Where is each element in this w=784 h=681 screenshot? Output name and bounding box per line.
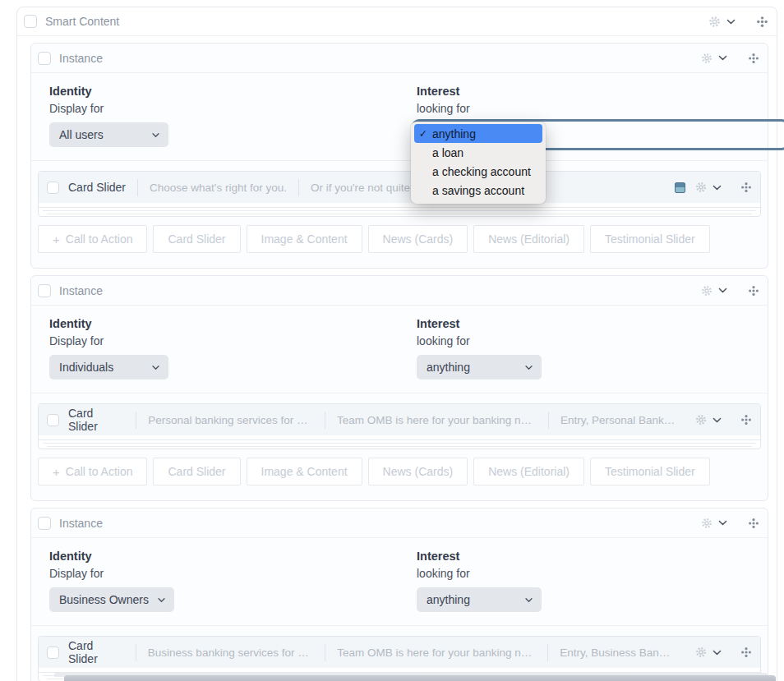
card-field-1: Business banking services for you. [136,644,325,661]
menu-option-label: a savings account [432,184,524,197]
chevron-down-icon[interactable] [712,182,722,193]
identity-select[interactable]: Business Owners [49,587,174,612]
add-button-label: Card Slider [168,232,225,246]
smart-content-panel: Smart Content Instance Identity Display … [16,7,777,681]
gear-icon[interactable] [701,53,713,64]
card-slider-checkbox[interactable] [47,414,59,426]
chevron-down-icon[interactable] [717,285,728,296]
add-card-slider-button[interactable]: Card Slider [153,225,240,253]
interest-dropdown-menu: ✓ anything a loan a checking account [411,122,546,204]
card-slider-row[interactable]: Card Slider Personal banking services fo… [39,404,760,435]
chevron-down-icon[interactable] [726,16,736,27]
instance-title: Instance [59,52,701,65]
card-field-2: Team OMB is here for your banking nee... [325,412,548,429]
chevron-down-icon[interactable] [712,647,722,658]
chevron-down-icon [157,596,166,605]
gear-icon[interactable] [695,414,707,426]
chevron-down-icon [524,363,533,372]
gear-icon[interactable] [695,646,707,658]
add-news-cards-button[interactable]: News (Cards) [368,225,468,253]
drag-handle-icon[interactable] [748,53,759,64]
interest-column: Interest looking for anything [417,312,784,380]
add-component-row: +Call to Action Card Slider Image & Cont… [38,458,761,485]
stack-line [43,443,756,444]
drag-handle-icon[interactable] [748,518,759,529]
identity-label: Display for [49,102,417,115]
identity-select[interactable]: Individuals [49,355,168,380]
card-slider-row[interactable]: Card Slider Business banking services fo… [39,637,760,668]
divider [31,160,768,161]
menu-option-a-savings-account[interactable]: a savings account [414,181,542,200]
smart-content-header[interactable]: Smart Content [17,7,777,35]
add-button-label: News (Cards) [383,465,454,478]
identity-label: Display for [49,334,417,347]
add-news-editorial-button[interactable]: News (Editorial) [473,225,584,253]
instance-panel-1: Instance Identity Display for All users … [30,43,768,269]
drag-handle-icon[interactable] [740,182,752,193]
card-slider-checkbox[interactable] [47,646,59,659]
instance-checkbox[interactable] [38,52,51,65]
add-call-to-action-button[interactable]: +Call to Action [38,458,147,485]
card-slider-checkbox[interactable] [47,182,59,194]
menu-option-a-checking-account[interactable]: a checking account [414,162,542,181]
menu-option-label: a checking account [432,165,531,178]
interest-select-value: anything [427,593,470,606]
add-button-label: Call to Action [66,232,133,246]
chevron-down-icon[interactable] [712,415,722,426]
menu-option-label: anything [432,127,476,140]
chevron-down-icon [524,596,533,605]
instance-checkbox[interactable] [38,284,51,297]
card-slider-panel: Card Slider Personal banking services fo… [38,403,761,449]
menu-option-a-loan[interactable]: a loan [414,143,542,162]
add-testimonial-slider-button[interactable]: Testimonial Slider [590,225,710,253]
thumbnail-icon [675,182,685,193]
identity-select[interactable]: All users [49,122,168,147]
smart-content-checkbox[interactable] [24,15,37,28]
card-slider-label: Card Slider [68,407,124,433]
card-field-1: Personal banking services for you. [136,412,325,429]
collapsed-element-bar [64,675,776,681]
instance-header[interactable]: Instance [31,508,768,537]
interest-label: looking for [417,102,784,115]
add-card-slider-button[interactable]: Card Slider [153,458,240,485]
menu-option-anything[interactable]: ✓ anything [414,124,542,143]
interest-heading: Interest [417,317,784,330]
instance-panel-3: Instance Identity Display for Business O… [30,508,768,681]
interest-select[interactable]: anything [417,355,542,380]
add-image-content-button[interactable]: Image & Content [247,225,362,253]
add-call-to-action-button[interactable]: +Call to Action [38,225,147,253]
add-button-label: Image & Content [261,465,348,478]
gear-icon[interactable] [708,16,721,28]
divider [31,625,768,626]
drag-handle-icon[interactable] [756,16,768,28]
checkmark-icon: ✓ [414,127,432,140]
add-button-label: Card Slider [168,465,225,478]
add-news-cards-button[interactable]: News (Cards) [368,458,468,485]
add-testimonial-slider-button[interactable]: Testimonial Slider [590,458,710,485]
chevron-down-icon[interactable] [717,53,728,63]
interest-select[interactable]: anything [417,587,542,612]
gear-icon[interactable] [701,518,713,529]
identity-column: Identity Display for Individuals [49,312,417,380]
add-image-content-button[interactable]: Image & Content [247,458,362,485]
instance-title: Instance [59,284,701,297]
card-slider-label: Card Slider [68,181,126,194]
card-slider-panel: Card Slider Choose what's right for you.… [38,171,761,217]
instance-checkbox[interactable] [38,517,51,530]
gear-icon[interactable] [701,285,713,297]
stack-line [47,214,752,214]
instance-title: Instance [59,517,701,530]
identity-column: Identity Display for Business Owners [49,545,417,612]
stack-line [39,439,760,440]
chevron-down-icon[interactable] [717,518,728,528]
drag-handle-icon[interactable] [740,646,752,658]
instance-header[interactable]: Instance [31,276,768,305]
divider [31,393,768,393]
add-news-editorial-button[interactable]: News (Editorial) [473,458,584,485]
gear-icon[interactable] [695,182,707,193]
instance-header[interactable]: Instance [31,44,768,72]
card-slider-row[interactable]: Card Slider Choose what's right for you.… [39,172,760,203]
drag-handle-icon[interactable] [740,414,752,426]
drag-handle-icon[interactable] [748,285,759,297]
stack-line [43,210,756,211]
